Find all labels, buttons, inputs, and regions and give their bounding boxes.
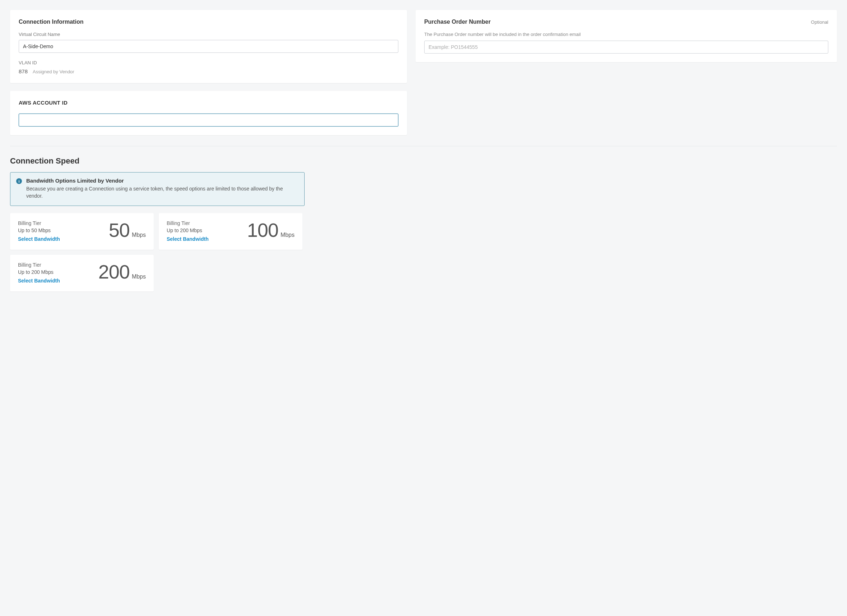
speed-value-unit: Mbps	[280, 232, 295, 238]
speed-value-unit: Mbps	[132, 273, 146, 280]
aws-account-id-title: AWS ACCOUNT ID	[19, 99, 398, 106]
aws-account-id-input[interactable]	[19, 114, 398, 127]
speed-option-card[interactable]: Billing Tier Up to 200 Mbps Select Bandw…	[159, 213, 302, 250]
purchase-order-optional-tag: Optional	[811, 19, 828, 25]
virtual-circuit-name-input[interactable]	[19, 40, 398, 53]
billing-tier-range: Up to 200 Mbps	[18, 269, 60, 275]
select-bandwidth-link[interactable]: Select Bandwidth	[167, 236, 209, 242]
speed-value-number: 100	[247, 220, 278, 240]
purchase-order-input[interactable]	[424, 41, 828, 53]
bandwidth-banner-body: Because you are creating a Connection us…	[26, 185, 285, 200]
speed-options-grid: Billing Tier Up to 50 Mbps Select Bandwi…	[10, 213, 312, 291]
connection-information-card: Connection Information Virtual Circuit N…	[10, 10, 407, 83]
billing-tier-label: Billing Tier	[18, 262, 60, 268]
aws-account-id-card: AWS ACCOUNT ID	[10, 91, 407, 135]
vlan-id-value: 878	[19, 68, 28, 74]
select-bandwidth-link[interactable]: Select Bandwidth	[18, 236, 60, 242]
section-divider	[10, 146, 837, 146]
virtual-circuit-name-label: Virtual Circuit Name	[19, 32, 398, 37]
purchase-order-card: Purchase Order Number Optional The Purch…	[416, 10, 837, 62]
billing-tier-label: Billing Tier	[18, 220, 60, 226]
bandwidth-info-banner: i Bandwidth Options Limited by Vendor Be…	[10, 172, 305, 206]
speed-option-card[interactable]: Billing Tier Up to 200 Mbps Select Bandw…	[10, 255, 154, 291]
speed-option-card[interactable]: Billing Tier Up to 50 Mbps Select Bandwi…	[10, 213, 154, 250]
select-bandwidth-link[interactable]: Select Bandwidth	[18, 278, 60, 284]
info-icon: i	[16, 178, 22, 184]
speed-value-number: 50	[109, 220, 130, 240]
purchase-order-title: Purchase Order Number	[424, 19, 491, 25]
billing-tier-label: Billing Tier	[167, 220, 209, 226]
vlan-id-label: VLAN ID	[19, 60, 398, 65]
purchase-order-hint: The Purchase Order number will be includ…	[424, 32, 828, 37]
vlan-id-note: Assigned by Vendor	[33, 69, 74, 74]
bandwidth-banner-title: Bandwidth Options Limited by Vendor	[26, 177, 285, 184]
connection-information-title: Connection Information	[19, 19, 83, 25]
connection-speed-title: Connection Speed	[10, 157, 837, 166]
billing-tier-range: Up to 50 Mbps	[18, 227, 60, 233]
speed-value-unit: Mbps	[132, 232, 146, 238]
billing-tier-range: Up to 200 Mbps	[167, 227, 209, 233]
speed-value-number: 200	[99, 262, 130, 281]
